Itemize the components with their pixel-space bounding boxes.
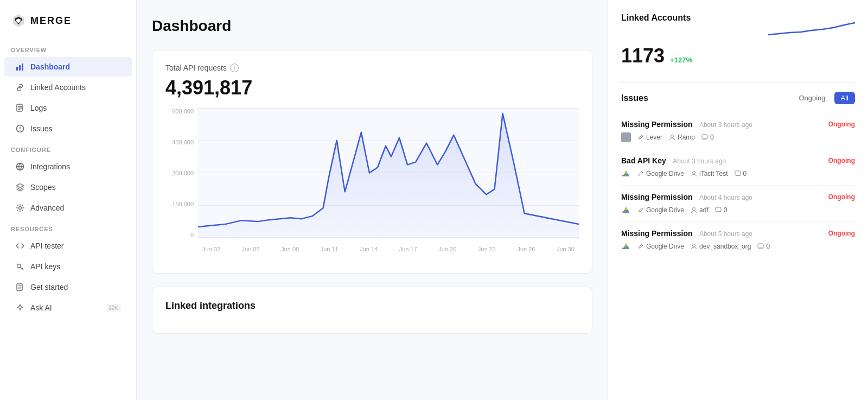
issue-user-2: adf <box>691 206 709 214</box>
comment-icon-1 <box>735 170 741 177</box>
sidebar-item-integrations[interactable]: Integrations <box>4 157 132 176</box>
svg-rect-12 <box>735 171 741 175</box>
sidebar-item-ask-ai-label: Ask AI <box>30 303 52 312</box>
svg-rect-10 <box>702 135 707 139</box>
link-icon <box>15 82 25 92</box>
comment-icon-3 <box>757 243 764 250</box>
sidebar-item-advanced[interactable]: Advanced <box>4 198 132 218</box>
comment-icon-2 <box>715 207 722 213</box>
x-label-3: Jun 11 <box>321 246 339 252</box>
issues-panel-title: Issues <box>621 93 648 103</box>
ask-ai-kbd: ⌘K <box>106 304 121 312</box>
alert-circle-icon <box>15 124 25 134</box>
globe-icon <box>15 162 25 172</box>
user-icon-3 <box>691 243 697 250</box>
panel-divider <box>621 82 855 83</box>
sidebar-item-logs[interactable]: Logs <box>4 98 132 118</box>
svg-point-6 <box>19 207 22 209</box>
comment-icon-0 <box>701 134 708 141</box>
sidebar-item-issues-label: Issues <box>30 124 52 133</box>
x-label-5: Jun 17 <box>399 246 417 252</box>
issues-tab-ongoing[interactable]: Ongoing <box>792 92 832 104</box>
sidebar-item-linked-accounts-label: Linked Accounts <box>30 83 86 92</box>
issue-service-2: Google Drive <box>637 206 684 214</box>
sidebar-section-configure: Configure <box>0 139 136 156</box>
issue-row-top-0: Missing Permission About 3 hours ago Ong… <box>621 119 855 129</box>
svg-point-11 <box>693 172 695 174</box>
x-label-2: Jun 08 <box>281 246 299 252</box>
issue-status-1: Ongoing <box>828 157 855 164</box>
settings-icon <box>15 203 25 213</box>
issue-row-bottom-2: Google Drive adf 0 <box>621 205 855 215</box>
issue-comments-3: 0 <box>757 243 770 250</box>
x-label-8: Jun 26 <box>517 246 535 252</box>
file-text-icon <box>15 103 25 113</box>
issue-item-0: Missing Permission About 3 hours ago Ong… <box>621 113 855 149</box>
layers-icon <box>15 182 25 192</box>
user-icon-2 <box>691 207 697 213</box>
x-label-1: Jun 05 <box>242 246 260 252</box>
linked-accounts-badge: +127% <box>670 56 692 64</box>
pencil-icon <box>637 134 644 141</box>
x-label-0: Jun 02 <box>202 246 220 252</box>
sidebar-item-logs-label: Logs <box>30 104 47 112</box>
svg-rect-16 <box>758 244 763 248</box>
y-label-1: 450,000 <box>165 139 198 145</box>
sidebar-item-get-started[interactable]: Get started <box>4 277 132 297</box>
sidebar-item-linked-accounts[interactable]: Linked Accounts <box>4 78 132 97</box>
linked-accounts-panel: Linked Accounts 1173 +127% <box>621 13 855 67</box>
issue-item-1: Bad API Key About 3 hours ago Ongoing Go… <box>621 149 855 186</box>
chart-area <box>198 108 579 238</box>
pencil-icon-2 <box>637 207 644 213</box>
pencil-icon-3 <box>637 243 644 250</box>
api-requests-card: Total API requests i 4,391,817 600,000 4… <box>152 50 592 274</box>
api-requests-chart: 600,000 450,000 300,000 150,000 0 <box>165 108 579 260</box>
linked-accounts-count: 1173 +127% <box>621 45 855 67</box>
linked-accounts-panel-title: Linked Accounts <box>621 13 691 23</box>
svg-point-9 <box>671 135 674 138</box>
user-icon-1 <box>691 170 697 177</box>
sidebar-item-advanced-label: Advanced <box>30 204 64 212</box>
x-label-7: Jun 23 <box>478 246 496 252</box>
sidebar-section-overview: Overview <box>0 39 136 56</box>
issue-row-top-3: Missing Permission About 5 hours ago Ong… <box>621 228 855 238</box>
sidebar-item-dashboard[interactable]: Dashboard <box>4 57 132 77</box>
sidebar-item-scopes[interactable]: Scopes <box>4 177 132 197</box>
chart-x-labels: Jun 02 Jun 05 Jun 08 Jun 11 Jun 14 Jun 1… <box>198 238 579 260</box>
api-requests-info-icon[interactable]: i <box>230 64 239 72</box>
issue-row-bottom-1: Google Drive iTacit Test 0 <box>621 169 855 179</box>
bar-chart-icon <box>15 62 25 72</box>
gdrive-svg-2 <box>622 206 630 214</box>
svg-rect-14 <box>716 207 721 212</box>
sidebar-item-api-keys[interactable]: API keys <box>4 257 132 276</box>
chart-svg <box>198 108 579 238</box>
sidebar-item-scopes-label: Scopes <box>30 183 56 192</box>
sidebar-item-dashboard-label: Dashboard <box>30 62 70 71</box>
y-label-2: 300,000 <box>165 170 198 176</box>
sidebar-section-resources: Resources <box>0 218 136 236</box>
sidebar-item-api-tester[interactable]: API tester <box>4 236 132 256</box>
book-icon <box>15 282 25 292</box>
chart-y-labels: 600,000 450,000 300,000 150,000 0 <box>165 108 198 238</box>
logo: MERGE <box>0 9 136 39</box>
sidebar: MERGE Overview Dashboard Linked Accounts… <box>0 0 137 400</box>
issues-tab-all[interactable]: All <box>834 92 855 104</box>
issue-user-1: iTacit Test <box>691 170 727 177</box>
api-requests-value: 4,391,817 <box>165 77 579 99</box>
merge-logo-icon <box>11 13 26 28</box>
svg-point-13 <box>693 208 695 211</box>
issue-name-2: Missing Permission About 4 hours ago <box>621 192 752 202</box>
sidebar-item-ask-ai[interactable]: Ask AI ⌘K <box>4 298 132 318</box>
issue-user-3: dev_sandbox_org <box>691 243 751 250</box>
issue-comments-1: 0 <box>735 170 747 177</box>
code-icon <box>15 241 25 251</box>
y-label-3: 150,000 <box>165 201 198 207</box>
sidebar-item-issues[interactable]: Issues <box>4 119 132 138</box>
y-label-0: 600,000 <box>165 108 198 115</box>
issue-item-2: Missing Permission About 4 hours ago Ong… <box>621 186 855 222</box>
brand-name: MERGE <box>30 15 72 27</box>
y-label-4: 0 <box>165 232 198 238</box>
main-content: Dashboard Total API requests i 4,391,817… <box>137 0 868 400</box>
issue-status-2: Ongoing <box>828 193 855 201</box>
x-label-4: Jun 14 <box>360 246 378 252</box>
